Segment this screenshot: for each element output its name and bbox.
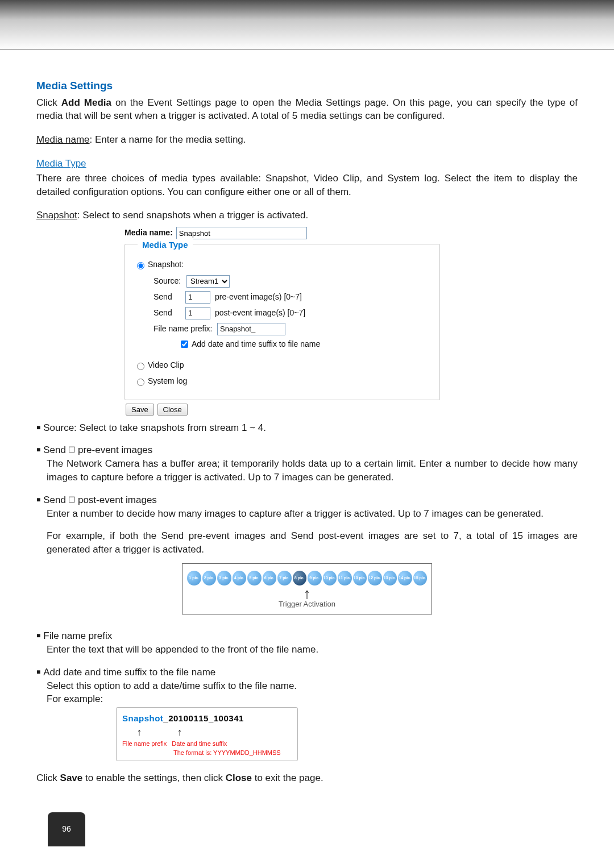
pic-bubble: 10 pic. bbox=[323, 571, 337, 585]
bullet-suffix-body: Select this option to add a date/time su… bbox=[47, 679, 578, 693]
pic-bubble: 6 pic. bbox=[263, 571, 277, 585]
page-number-badge: 96 bbox=[48, 812, 85, 846]
snapshot-radio[interactable] bbox=[137, 262, 144, 269]
system-log-radio[interactable] bbox=[137, 379, 144, 386]
square-bullet-icon: ■ bbox=[36, 668, 40, 676]
pic-bubble: 11 pic. bbox=[338, 571, 352, 585]
filename-sample: Snapshot_20100115_100341 bbox=[122, 712, 292, 724]
bullet-pre-body: The Network Camera has a buffer area; it… bbox=[47, 457, 578, 484]
media-name-label: Media name bbox=[36, 134, 90, 145]
bullet-prefix-body: Enter the text that will be appended to … bbox=[47, 643, 578, 657]
pic-bubble: 15 pic. bbox=[413, 571, 428, 585]
intro-paragraph: Click Add Media on the Event Settings pa… bbox=[36, 96, 578, 123]
media-type-desc: There are three choices of media types a… bbox=[36, 172, 578, 199]
arrow-up-icon: ↑ bbox=[187, 588, 427, 599]
system-log-label: System log bbox=[148, 376, 187, 387]
filename-sample-prefix: Snapshot bbox=[122, 713, 163, 723]
bullet-post-body2: For example, if both the Send pre-event … bbox=[47, 529, 578, 556]
source-label: Source: bbox=[154, 276, 186, 287]
filename-labels: File name prefix Date and time suffix bbox=[122, 740, 292, 748]
snapshot-heading: Snapshot: Select to send snapshots when … bbox=[36, 209, 578, 222]
filename-example-box: Snapshot_20100115_100341 ↑ ↑ File name p… bbox=[116, 707, 298, 761]
trigger-caption: Trigger Activation bbox=[187, 599, 427, 609]
pic-bubble: 10 pic. bbox=[353, 571, 367, 585]
pre-event-suffix: pre-event image(s) [0~7] bbox=[215, 292, 302, 303]
save-button[interactable]: Save bbox=[126, 404, 154, 416]
media-type-link[interactable]: Media Type bbox=[36, 158, 86, 169]
bullet-post-body1: Enter a number to decide how many images… bbox=[47, 507, 578, 521]
prefix-label: File name prefix: bbox=[154, 323, 217, 335]
media-type-fieldset: Media Type Snapshot: Source: Stream1 Sen… bbox=[125, 244, 440, 400]
bullet-prefix: ■File name prefix bbox=[36, 629, 578, 643]
bullet-suffix: ■Add date and time suffix to the file na… bbox=[36, 666, 578, 679]
closing-paragraph: Click Save to enable the settings, then … bbox=[36, 771, 578, 785]
media-name-line: Media name: Enter a name for the media s… bbox=[36, 133, 578, 147]
trigger-activation-diagram: 1 pic.2 pic.3 pic.4 pic.5 pic.6 pic.7 pi… bbox=[182, 563, 432, 614]
pic-bubble: 12 pic. bbox=[368, 571, 382, 585]
section-title: Media Settings bbox=[36, 78, 578, 94]
pre-event-input[interactable] bbox=[185, 291, 210, 304]
bullet-post: ■Send☐post-event images bbox=[36, 493, 578, 507]
bullet-source: ■Source: Select to take snapshots from s… bbox=[36, 421, 578, 435]
filename-prefix-label: File name prefix bbox=[122, 740, 167, 748]
post-event-suffix: post-event image(s) [0~7] bbox=[215, 308, 305, 319]
page-body: Media Settings Click Add Media on the Ev… bbox=[0, 50, 614, 858]
video-clip-radio[interactable] bbox=[137, 363, 144, 370]
square-bullet-icon: ■ bbox=[36, 423, 40, 431]
filename-suffix-label: Date and time suffix bbox=[172, 740, 227, 748]
media-settings-form-figure: Media name: Media Type Snapshot: Source:… bbox=[125, 227, 440, 415]
media-name-desc: : Enter a name for the media setting. bbox=[90, 134, 246, 145]
post-event-input[interactable] bbox=[185, 307, 210, 319]
add-suffix-label: Add date and time suffix to file name bbox=[192, 339, 320, 350]
video-clip-label: Video Clip bbox=[148, 360, 184, 371]
media-name-input[interactable] bbox=[176, 227, 307, 239]
square-bullet-icon: ■ bbox=[36, 446, 40, 454]
filename-format: The format is: YYYYMMDD_HHMMSS bbox=[173, 749, 292, 757]
arrow-up-icon: ↑ bbox=[151, 725, 208, 740]
send-post-label: Send bbox=[154, 308, 185, 319]
snapshot-radio-label: Snapshot: bbox=[148, 259, 184, 271]
close-button[interactable]: Close bbox=[157, 404, 188, 416]
header-gradient bbox=[0, 0, 614, 50]
pic-bubble: 14 pic. bbox=[398, 571, 412, 585]
pic-bubble: 4 pic. bbox=[233, 571, 247, 585]
pic-bubble: 8 pic. bbox=[293, 571, 307, 585]
pic-bubble: 5 pic. bbox=[247, 571, 262, 585]
filename-prefix-input[interactable] bbox=[217, 323, 285, 335]
bullet-prefix-title: File name prefix bbox=[43, 630, 112, 641]
pic-bubble: 1 pic. bbox=[187, 571, 201, 585]
snapshot-desc: : Select to send snapshots when a trigge… bbox=[77, 210, 308, 221]
media-name-field-label: Media name: bbox=[125, 227, 173, 239]
pic-bubble: 7 pic. bbox=[277, 571, 292, 585]
bullet-suffix-title: Add date and time suffix to the file nam… bbox=[43, 667, 215, 678]
fieldset-legend: Media Type bbox=[138, 239, 193, 251]
add-suffix-checkbox[interactable] bbox=[181, 340, 188, 348]
for-example: For example: bbox=[47, 692, 578, 706]
snapshot-label: Snapshot bbox=[36, 210, 77, 221]
bullet-source-text: Source: Select to take snapshots from st… bbox=[43, 422, 266, 433]
filename-sample-suffix: _20100115_100341 bbox=[163, 713, 243, 723]
snapshot-options: Source: Stream1 Send pre-event image(s) … bbox=[154, 275, 430, 350]
pic-bubbles-row: 1 pic.2 pic.3 pic.4 pic.5 pic.6 pic.7 pi… bbox=[187, 571, 427, 585]
pic-bubble: 13 pic. bbox=[383, 571, 397, 585]
square-bullet-icon: ■ bbox=[36, 632, 40, 639]
filename-arrows: ↑ ↑ bbox=[122, 725, 292, 740]
bullet-pre: ■Send☐pre-event images bbox=[36, 443, 578, 457]
send-pre-label: Send bbox=[154, 292, 185, 303]
square-bullet-icon: ■ bbox=[36, 496, 40, 504]
source-select[interactable]: Stream1 bbox=[186, 275, 230, 288]
pic-bubble: 2 pic. bbox=[202, 571, 217, 585]
pic-bubble: 9 pic. bbox=[308, 571, 322, 585]
pic-bubble: 3 pic. bbox=[217, 571, 231, 585]
